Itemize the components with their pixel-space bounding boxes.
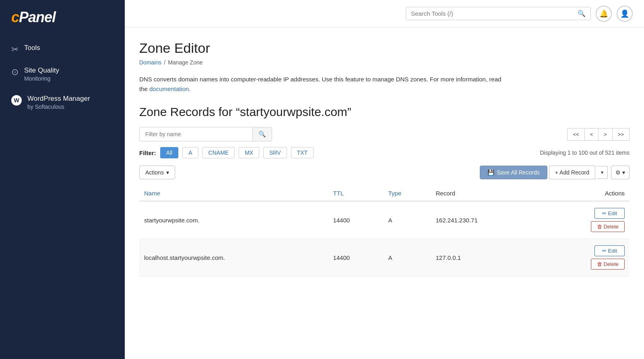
delete-button-0[interactable]: 🗑 Delete <box>591 221 625 232</box>
search-icon: 🔍 <box>578 10 586 17</box>
user-icon: 👤 <box>620 9 629 18</box>
filter-search-bar[interactable]: 🔍 <box>139 127 272 141</box>
filter-type-srv[interactable]: SRV <box>263 147 287 158</box>
sidebar-item-wp-sublabel: by Softaculous <box>27 103 90 111</box>
wordpress-icon: W <box>11 95 22 106</box>
pagination-next[interactable]: > <box>598 128 612 141</box>
gear-icon: ⚙ <box>615 169 621 176</box>
breadcrumb-domains-link[interactable]: Domains <box>139 59 161 66</box>
zone-title: Zone Records for “startyourwpsite.com” <box>139 105 630 119</box>
save-all-button[interactable]: 💾 Save All Records <box>480 166 547 179</box>
content-area: Zone Editor Domains / Manage Zone DNS co… <box>125 27 644 359</box>
type-filter-row: Filter: All A CNAME MX SRV TXT Displayin… <box>139 147 630 158</box>
notification-button[interactable]: 🔔 <box>596 6 612 22</box>
filter-type-all[interactable]: All <box>160 147 179 158</box>
table-row: localhost.startyourwpsite.com. 14400 A 1… <box>139 239 630 276</box>
gear-button[interactable]: ⚙ ▾ <box>611 166 630 179</box>
sidebar-item-site-quality-sublabel: Monitoring <box>24 75 59 83</box>
actions-row: Actions ▾ 💾 Save All Records + Add Recor… <box>139 166 630 179</box>
filter-type-cname[interactable]: CNAME <box>202 147 235 158</box>
type-filter-left: Filter: All A CNAME MX SRV TXT <box>139 147 314 158</box>
cell-record-1: 127.0.0.1 <box>431 239 539 276</box>
delete-button-1[interactable]: 🗑 Delete <box>591 259 625 270</box>
cell-type-1: A <box>384 239 431 276</box>
actions-right: 💾 Save All Records + Add Record ▾ ⚙ ▾ <box>480 166 630 179</box>
site-quality-icon: ⊙ <box>11 67 19 77</box>
gear-caret-icon: ▾ <box>622 169 625 176</box>
save-icon: 💾 <box>487 169 494 176</box>
user-button[interactable]: 👤 <box>617 6 633 22</box>
breadcrumb-separator: / <box>164 59 165 66</box>
cpanel-logo: cPanel <box>11 9 114 26</box>
add-record-label: + Add Record <box>555 169 589 176</box>
sidebar-item-tools[interactable]: ✂ Tools <box>0 38 125 60</box>
cell-actions-1: ✏ Edit 🗑 Delete <box>539 239 630 276</box>
cell-actions-0: ✏ Edit 🗑 Delete <box>539 201 630 239</box>
col-header-name: Name <box>139 186 328 201</box>
breadcrumb-current: Manage Zone <box>168 59 202 66</box>
table-row: startyourwpsite.com. 14400 A 162.241.230… <box>139 201 630 239</box>
col-header-ttl: TTL <box>328 186 383 201</box>
filter-type-txt[interactable]: TXT <box>291 147 314 158</box>
pagination: << < > >> <box>567 128 630 141</box>
filter-label: Filter: <box>139 149 156 156</box>
filter-search-button[interactable]: 🔍 <box>252 127 272 141</box>
sidebar-item-site-quality[interactable]: ⊙ Site Quality Monitoring <box>0 60 125 89</box>
actions-caret-icon: ▾ <box>166 169 169 176</box>
sidebar-item-site-quality-label: Site Quality <box>24 66 59 75</box>
sidebar-logo: cPanel <box>0 0 125 38</box>
col-header-type: Type <box>384 186 431 201</box>
sidebar-item-tools-label: Tools <box>24 44 40 52</box>
description-end: . <box>189 85 190 92</box>
pagination-first[interactable]: << <box>567 128 584 141</box>
filter-type-a[interactable]: A <box>182 147 198 158</box>
pagination-prev[interactable]: < <box>584 128 599 141</box>
cell-name-0: startyourwpsite.com. <box>139 201 328 239</box>
main-area: 🔍 🔔 👤 Zone Editor Domains / Manage Zone … <box>125 0 644 359</box>
edit-button-1[interactable]: ✏ Edit <box>594 245 625 256</box>
cell-record-0: 162.241.230.71 <box>431 201 539 239</box>
tools-icon: ✂ <box>11 44 19 55</box>
search-bar[interactable]: 🔍 <box>406 7 591 20</box>
pagination-last[interactable]: >> <box>612 128 630 141</box>
actions-button[interactable]: Actions ▾ <box>139 166 175 179</box>
add-record-button[interactable]: + Add Record <box>549 166 595 179</box>
search-input[interactable] <box>411 10 574 17</box>
add-record-caret-button[interactable]: ▾ <box>597 166 608 179</box>
col-header-record: Record <box>431 186 539 201</box>
documentation-link[interactable]: documentation <box>149 85 189 92</box>
description-text: DNS converts domain names into computer-… <box>139 76 501 92</box>
cell-ttl-0: 14400 <box>328 201 383 239</box>
page-title: Zone Editor <box>139 40 630 56</box>
sidebar: cPanel ✂ Tools ⊙ Site Quality Monitoring… <box>0 0 125 359</box>
cell-type-0: A <box>384 201 431 239</box>
edit-button-0[interactable]: ✏ Edit <box>594 208 625 219</box>
sidebar-item-wordpress-manager[interactable]: W WordPress Manager by Softaculous <box>0 89 125 117</box>
filter-type-mx[interactable]: MX <box>239 147 259 158</box>
sidebar-item-wp-label: WordPress Manager <box>27 94 90 103</box>
display-info: Displaying 1 to 100 out of 521 items <box>540 149 630 156</box>
cell-ttl-1: 14400 <box>328 239 383 276</box>
header: 🔍 🔔 👤 <box>125 0 644 27</box>
records-table: Name TTL Type Record Actions startyourwp… <box>139 186 630 276</box>
bell-icon: 🔔 <box>599 9 608 18</box>
cell-name-1: localhost.startyourwpsite.com. <box>139 239 328 276</box>
description: DNS converts domain names into computer-… <box>139 75 502 94</box>
filter-input[interactable] <box>140 128 252 141</box>
table-header-row: Name TTL Type Record Actions <box>139 186 630 201</box>
col-header-actions: Actions <box>539 186 630 201</box>
actions-label: Actions <box>145 169 164 176</box>
add-caret-icon: ▾ <box>601 170 603 175</box>
save-all-label: Save All Records <box>497 169 540 176</box>
filter-row: 🔍 << < > >> <box>139 127 630 141</box>
breadcrumb: Domains / Manage Zone <box>139 59 630 66</box>
